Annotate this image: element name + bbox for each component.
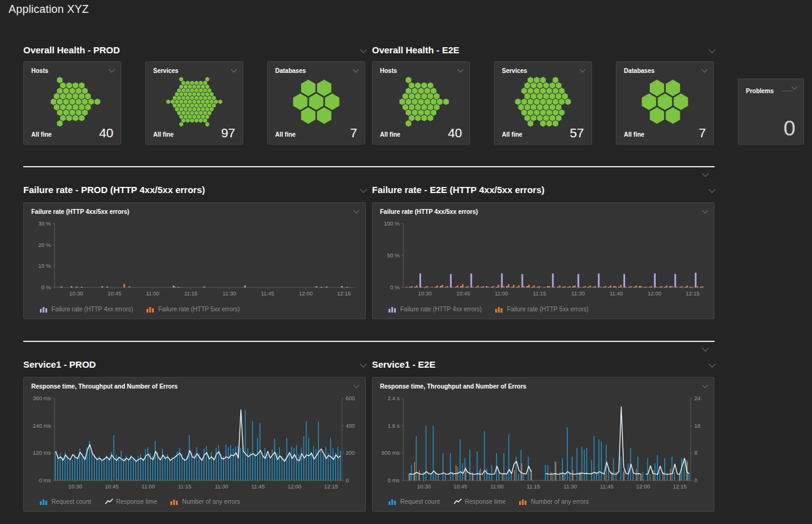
health-tile-hosts-e2e[interactable]: Hosts All fine 40 [372, 61, 470, 145]
chevron-down-icon[interactable] [353, 67, 359, 73]
svg-text:30 %: 30 % [38, 221, 51, 227]
legend-item-line[interactable]: Response time [453, 498, 506, 505]
svg-text:0 %: 0 % [41, 284, 51, 290]
legend-item-bars[interactable]: Failure rate (HTTP 5xx errors) [495, 306, 588, 313]
legend-item-line[interactable]: Response time [105, 498, 157, 505]
chevron-down-icon[interactable] [580, 67, 586, 73]
health-tile-services-e2e[interactable]: Services All fine 57 [494, 61, 592, 145]
honeycomb-hosts [40, 75, 104, 128]
svg-text:12:15: 12:15 [324, 484, 338, 490]
problems-tile[interactable]: Problems 0 [738, 78, 804, 145]
chart-title: Failure rate (HTTP 4xx/5xx errors) [31, 208, 129, 215]
failure-rate-e2e-tile[interactable]: Failure rate (HTTP 4xx/5xx errors) 0 %50… [372, 202, 715, 319]
tile-title: Hosts [31, 67, 48, 74]
service1-prod-chart[interactable]: 0 ms120 ms240 ms360 ms020040060010:3010:… [28, 393, 363, 493]
tile-title: Databases [624, 67, 655, 74]
legend-item-bars[interactable]: Request count [40, 498, 91, 505]
svg-text:2.4 s: 2.4 s [387, 395, 400, 401]
svg-text:11:15: 11:15 [178, 484, 192, 490]
svg-text:10:30: 10:30 [69, 290, 83, 297]
section-header-failure-e2e: Failure rate - E2E (HTTP 4xx/5xx errors) [372, 184, 715, 195]
svg-text:11:00: 11:00 [495, 290, 508, 297]
honeycomb-hosts [389, 75, 453, 128]
svg-text:11:45: 11:45 [600, 484, 613, 490]
svg-text:11:45: 11:45 [261, 290, 275, 297]
chevron-down-icon[interactable] [354, 382, 360, 389]
svg-text:12:15: 12:15 [673, 484, 687, 490]
svg-text:11:45: 11:45 [251, 484, 265, 490]
chevron-down-icon[interactable] [360, 46, 366, 53]
failure-rate-prod-chart[interactable]: 0 %10 %20 %30 %10:3010:4511:0011:1511:30… [28, 219, 363, 300]
service1-e2e-tile[interactable]: Response time, Throughput and Number of … [372, 377, 715, 512]
health-tile-databases-prod[interactable]: Databases All fine 7 [267, 61, 365, 145]
legend-label: Request count [51, 498, 91, 505]
chevron-down-icon[interactable] [708, 46, 715, 53]
honeycomb-services [162, 75, 226, 128]
svg-text:20 %: 20 % [38, 242, 51, 248]
legend-label: Number of any errors [182, 498, 240, 505]
svg-text:50 %: 50 % [387, 253, 400, 259]
chevron-down-icon[interactable] [702, 344, 708, 351]
status-label: All fine [31, 131, 51, 138]
health-tile-databases-e2e[interactable]: Databases All fine 7 [616, 61, 714, 145]
health-tile-services-prod[interactable]: Services All fine 97 [145, 61, 243, 145]
chart-legend: Request countResponse timeNumber of any … [389, 498, 589, 505]
legend-label: Response time [116, 498, 157, 505]
svg-text:100 %: 100 % [384, 221, 400, 227]
legend-item-bars[interactable]: Failure rate (HTTP 4xx errors) [40, 306, 133, 313]
legend-item-bars[interactable]: Failure rate (HTTP 5xx errors) [146, 306, 240, 313]
svg-text:11:15: 11:15 [527, 484, 541, 490]
status-label: All fine [153, 131, 173, 138]
section-header-service1-e2e: Service1 - E2E [372, 359, 715, 370]
section-title: Overall Health - E2E [372, 45, 460, 55]
service1-prod-tile[interactable]: Response time, Throughput and Number of … [23, 377, 366, 512]
failure-rate-e2e-chart[interactable]: 0 %50 %100 %10:3010:4511:0011:1511:3011:… [376, 219, 711, 300]
legend-item-bars[interactable]: Request count [389, 498, 440, 505]
legend-item-bars[interactable]: Number of any errors [170, 498, 240, 505]
legend-label: Response time [465, 498, 506, 505]
chevron-down-icon[interactable] [354, 208, 360, 214]
svg-text:10:30: 10:30 [69, 484, 83, 490]
chart-legend: Request countResponse timeNumber of any … [40, 498, 240, 505]
svg-text:10 %: 10 % [38, 263, 51, 269]
honeycomb-services [511, 75, 575, 128]
svg-text:10:45: 10:45 [453, 484, 468, 490]
tile-title: Databases [275, 67, 306, 74]
chart-legend: Failure rate (HTTP 4xx errors)Failure ra… [40, 306, 240, 313]
chevron-down-icon[interactable] [360, 186, 366, 192]
section-title: Failure rate - E2E (HTTP 4xx/5xx errors) [372, 184, 545, 195]
svg-text:10:30: 10:30 [417, 484, 431, 490]
trend-dash [781, 91, 792, 91]
svg-text:400: 400 [346, 423, 355, 429]
chevron-down-icon[interactable] [792, 84, 798, 90]
entity-count: 40 [448, 126, 462, 140]
svg-text:12:15: 12:15 [686, 290, 700, 297]
chevron-down-icon[interactable] [702, 67, 708, 73]
legend-label: Failure rate (HTTP 5xx errors) [158, 306, 240, 313]
honeycomb-databases [633, 75, 697, 128]
chevron-down-icon[interactable] [231, 67, 237, 73]
chevron-down-icon[interactable] [702, 382, 708, 389]
legend-item-bars[interactable]: Number of any errors [519, 498, 588, 505]
page-title: Application XYZ [9, 3, 89, 16]
chevron-down-icon[interactable] [109, 67, 115, 73]
chevron-down-icon[interactable] [708, 186, 715, 192]
entity-count: 7 [699, 126, 706, 140]
svg-text:12:00: 12:00 [299, 290, 313, 297]
chart-title: Failure rate (HTTP 4xx/5xx errors) [380, 208, 478, 215]
health-tile-hosts-prod[interactable]: Hosts All fine 40 [23, 61, 121, 145]
chevron-down-icon[interactable] [458, 67, 464, 73]
status-label: All fine [502, 131, 522, 138]
chevron-down-icon[interactable] [708, 360, 715, 367]
svg-text:12:00: 12:00 [287, 484, 302, 490]
chevron-down-icon[interactable] [702, 208, 708, 214]
section-header-overall-health-e2e: Overall Health - E2E [372, 44, 715, 55]
failure-rate-prod-tile[interactable]: Failure rate (HTTP 4xx/5xx errors) 0 %10… [23, 202, 366, 319]
svg-text:10:45: 10:45 [456, 290, 470, 297]
chevron-down-icon[interactable] [360, 360, 366, 367]
chevron-down-icon[interactable] [702, 170, 708, 177]
legend-item-bars[interactable]: Failure rate (HTTP 4xx errors) [389, 306, 482, 313]
status-label: All fine [275, 131, 295, 138]
section-title: Service1 - E2E [372, 359, 435, 370]
service1-e2e-chart[interactable]: 0 ms800 ms1.6 s2.4 s08162410:3010:4511:0… [376, 393, 711, 493]
